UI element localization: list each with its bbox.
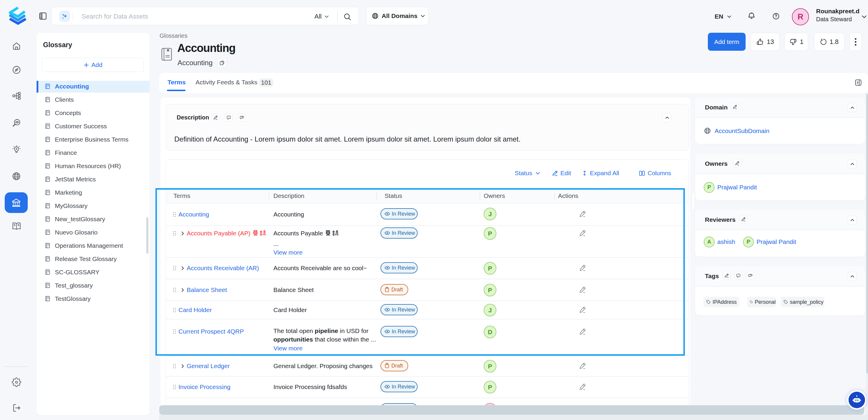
svg-text:?: ? xyxy=(738,274,739,276)
svg-text:?: ? xyxy=(228,116,229,118)
